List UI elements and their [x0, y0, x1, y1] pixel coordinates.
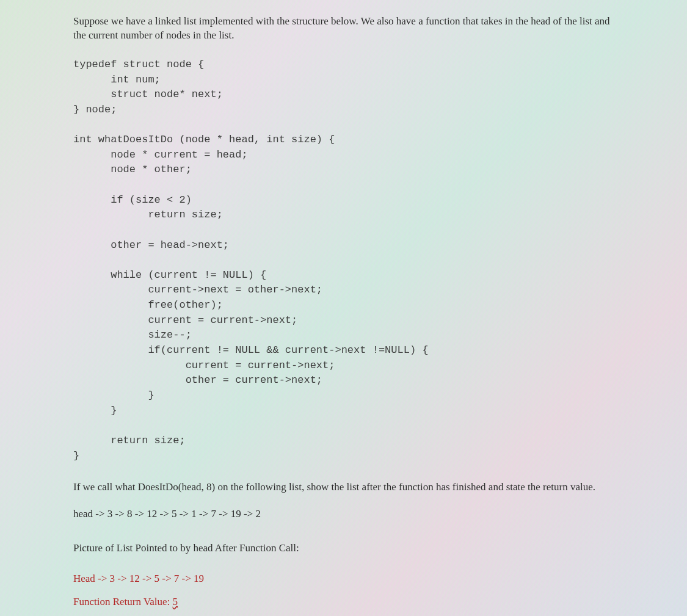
answer-return-label: Function Return Value: — [73, 596, 173, 607]
code-block: typedef struct node { int num; struct no… — [73, 57, 614, 463]
answer-return-value: 5 — [173, 596, 178, 607]
answer-list: Head -> 3 -> 12 -> 5 -> 7 -> 19 — [73, 573, 614, 585]
document-page: Suppose we have a linked list implemente… — [0, 0, 687, 616]
answer-prompt: Picture of List Pointed to by head After… — [73, 542, 614, 554]
question-paragraph: If we call what DoesItDo(head, 8) on the… — [73, 480, 614, 495]
answer-return: Function Return Value: 5 — [73, 596, 614, 608]
intro-paragraph: Suppose we have a linked list implemente… — [73, 15, 614, 43]
initial-list-description: head -> 3 -> 8 -> 12 -> 5 -> 1 -> 7 -> 1… — [73, 508, 614, 520]
